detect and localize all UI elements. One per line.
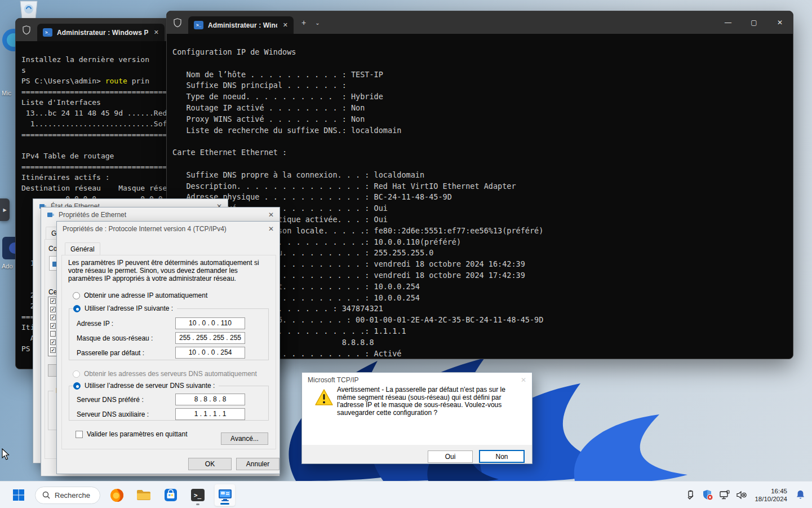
dialog-title: Propriétés de : Protocole Internet versi…	[63, 225, 227, 233]
tab-general[interactable]: Général	[65, 242, 100, 255]
terminal-tab[interactable]: >_ Administrateur : Windows Pow ✕	[37, 24, 165, 41]
radio-static-ip[interactable]: Utiliser l’adresse IP suivante :	[73, 304, 177, 312]
dialog-title: Propriétés de Ethernet	[59, 211, 126, 219]
windows-logo-icon	[12, 489, 25, 501]
checkbox-icon[interactable]: ✓	[50, 323, 56, 329]
search-label: Recherche	[55, 491, 90, 500]
checkbox-icon[interactable]: ✓	[50, 307, 56, 312]
warning-message: Avertissement - La passerelle par défaut…	[337, 386, 525, 417]
search-icon	[42, 491, 50, 499]
dns2-label: Serveur DNS auxiliaire :	[77, 410, 175, 418]
new-tab-button[interactable]: +	[301, 18, 306, 27]
command-text: route	[105, 77, 127, 85]
tab-close-icon[interactable]: ✕	[282, 21, 289, 29]
start-button[interactable]	[8, 484, 29, 506]
terminal-titlebar[interactable]: >_ Administrateur : Windows Pow ✕ + ⌄ — …	[167, 11, 793, 34]
checkbox-icon[interactable]: ✓	[50, 347, 56, 353]
edge-desktop-icon[interactable]	[1, 28, 15, 52]
static-dns-group: Utiliser l’adresse de serveur DNS suivan…	[69, 386, 269, 421]
date-text: 18/10/2024	[755, 495, 787, 503]
close-icon[interactable]: ✕	[521, 376, 526, 384]
validate-checkbox-row[interactable]: Valider les paramètres en quittant	[76, 430, 188, 438]
notification-bell-icon[interactable]	[794, 489, 806, 501]
close-icon[interactable]: ✕	[268, 225, 274, 233]
dialog-titlebar[interactable]: Microsoft TCP/IP ✕	[302, 373, 532, 387]
checkbox-icon[interactable]: ✓	[50, 298, 56, 304]
taskbar-firefox-button[interactable]	[106, 484, 127, 506]
admin-shield-icon	[16, 19, 37, 41]
ip-address-field[interactable]: 10 . 0 . 0 . 110	[175, 317, 245, 329]
intro-text: Les paramètres IP peuvent être déterminé…	[68, 259, 270, 282]
alternate-dns-field[interactable]: 1 . 1 . 1 . 1	[175, 408, 245, 420]
radio-icon[interactable]	[73, 305, 81, 312]
close-button[interactable]: ✕	[767, 19, 793, 26]
active-indicator	[220, 503, 229, 505]
taskbar-network-settings-button[interactable]	[214, 484, 236, 506]
ipv4-properties-dialog[interactable]: Propriétés de : Protocole Internet versi…	[56, 221, 280, 474]
running-indicator	[196, 503, 199, 505]
tab-title: Administrateur : Windows Pow	[57, 29, 148, 37]
store-icon	[164, 488, 178, 502]
desktop-icon-label[interactable]: Ado	[2, 263, 13, 270]
taskbar-store-button[interactable]	[160, 484, 181, 506]
checkbox-icon[interactable]: ✓	[50, 315, 56, 320]
subnet-mask-field[interactable]: 255 . 255 . 255 . 255	[175, 332, 245, 344]
preferred-dns-field[interactable]: 8 . 8 . 8 . 8	[175, 394, 245, 405]
ip-label: Adresse IP :	[77, 320, 175, 328]
ethernet-icon	[47, 211, 55, 218]
checkbox-icon[interactable]	[76, 431, 83, 438]
usb-tray-icon[interactable]	[685, 489, 697, 501]
minimize-button[interactable]: —	[715, 19, 741, 26]
sidebar-flyout-handle[interactable]: ▶	[0, 198, 10, 221]
time-text: 16:45	[755, 487, 787, 495]
ok-button[interactable]: OK	[188, 458, 232, 470]
app-desktop-icon[interactable]	[1, 236, 15, 260]
dns1-label: Serveur DNS préféré :	[77, 396, 175, 404]
radio-auto-dns[interactable]: Obtenir les adresses des serveurs DNS au…	[73, 370, 257, 378]
subnet-label: Masque de sous-réseau :	[77, 334, 175, 342]
svg-text:>_: >_	[194, 492, 202, 499]
maximize-button[interactable]: ▢	[741, 19, 767, 26]
terminal-icon: >_	[190, 488, 205, 502]
firefox-icon	[110, 488, 124, 502]
cancel-button[interactable]: Annuler	[236, 458, 279, 470]
yes-button[interactable]: Oui	[428, 450, 473, 463]
security-tray-icon[interactable]	[702, 489, 714, 501]
network-tray-icon[interactable]	[718, 489, 731, 501]
radio-icon[interactable]	[73, 370, 80, 378]
folder-icon	[136, 489, 151, 501]
close-icon[interactable]: ✕	[268, 211, 274, 219]
taskbar-explorer-button[interactable]	[133, 484, 154, 506]
recycle-bin-icon[interactable]	[17, 0, 41, 19]
checkbox-icon[interactable]	[50, 331, 56, 337]
radio-static-dns[interactable]: Utiliser l’adresse de serveur DNS suivan…	[73, 382, 219, 390]
dialog-title: Microsoft TCP/IP	[308, 376, 358, 384]
desktop-icon-label[interactable]: Mic	[2, 90, 11, 96]
dialog-titlebar[interactable]: Propriétés de Ethernet ✕	[41, 207, 279, 222]
radio-icon[interactable]	[73, 292, 80, 299]
checkbox-icon[interactable]: ✓	[50, 339, 56, 345]
tab-title: Administrateur : Windows Pow	[208, 21, 277, 29]
gateway-label: Passerelle par défaut :	[77, 349, 175, 357]
taskbar-terminal-button[interactable]: >_	[187, 484, 208, 506]
tab-dropdown-button[interactable]: ⌄	[315, 20, 320, 26]
volume-muted-tray-icon[interactable]	[735, 489, 748, 501]
radio-auto-ip[interactable]: Obtenir une adresse IP automatiquement	[73, 291, 207, 299]
tab-close-icon[interactable]: ✕	[153, 29, 160, 36]
no-button[interactable]: Non	[479, 450, 525, 463]
admin-shield-icon	[167, 11, 188, 34]
tcpip-warning-dialog[interactable]: Microsoft TCP/IP ✕ Avertissement - La pa…	[301, 372, 533, 464]
chevron-right-icon: ▶	[3, 207, 6, 213]
static-ip-group: Utiliser l’adresse IP suivante : Adresse…	[69, 308, 269, 360]
advanced-button[interactable]: Avancé...	[221, 432, 268, 445]
taskbar: Recherche >_	[0, 481, 812, 508]
taskbar-clock[interactable]: 16:45 18/10/2024	[752, 487, 789, 503]
powershell-icon: >_	[43, 28, 52, 37]
gateway-field[interactable]: 10 . 0 . 0 . 254	[175, 347, 245, 359]
radio-icon[interactable]	[73, 382, 81, 390]
dialog-titlebar[interactable]: Propriétés de : Protocole Internet versi…	[57, 222, 279, 236]
terminal-tab[interactable]: >_ Administrateur : Windows Pow ✕	[188, 16, 294, 34]
control-panel-icon	[218, 488, 233, 502]
warning-icon	[314, 388, 334, 407]
search-input[interactable]: Recherche	[35, 487, 100, 504]
